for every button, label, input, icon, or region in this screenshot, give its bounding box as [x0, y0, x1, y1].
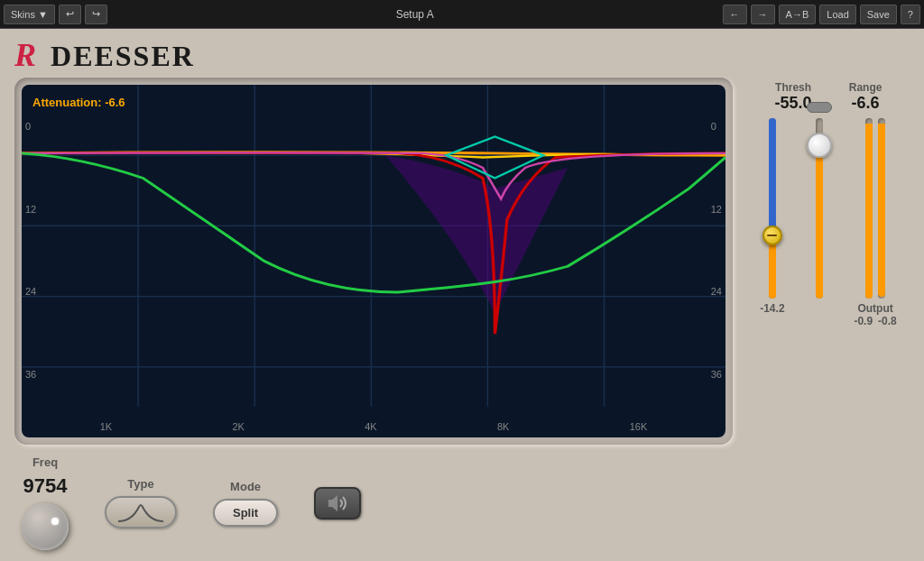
title-r: R: [14, 37, 38, 73]
plugin-content: Attenuation: -6.6 0 12 24 36 0 12 24 36: [0, 78, 924, 452]
y-label-36-left: 36: [25, 369, 36, 380]
plugin-title: R DEESSER: [14, 36, 195, 74]
x-label-8k: 8K: [497, 421, 509, 432]
range-label-group: Range -6.6: [849, 81, 882, 113]
freq-knob-dot: [51, 518, 59, 525]
mode-button[interactable]: Split: [213, 499, 278, 527]
eq-display[interactable]: Attenuation: -6.6 0 12 24 36 0 12 24 36: [22, 85, 725, 437]
listen-group: [314, 487, 361, 520]
y-label-24-right: 24: [711, 286, 722, 297]
x-label-1k: 1K: [100, 421, 112, 432]
range-toggle[interactable]: [807, 102, 832, 113]
plugin-header: R DEESSER: [0, 29, 924, 78]
output-left-value: -0.9: [854, 315, 873, 327]
plugin-area: R DEESSER: [0, 29, 924, 561]
range-label: Range: [849, 81, 882, 94]
redo-button[interactable]: ↪: [85, 5, 107, 24]
freq-label: Freq: [32, 455, 58, 469]
right-panel: Thresh -55.0 Range -6.6: [747, 78, 910, 445]
eq-display-wrap: Attenuation: -6.6 0 12 24 36 0 12 24 36: [14, 78, 733, 445]
bottom-controls: Freq 9754 Type Mode Split: [0, 452, 924, 561]
output-right-value: -0.8: [878, 315, 897, 327]
help-button[interactable]: ?: [901, 5, 920, 24]
undo-button[interactable]: ↩: [59, 5, 81, 24]
title-main: DEESSER: [51, 40, 195, 72]
eq-y-labels-right: 0 12 24 36: [711, 85, 722, 416]
output-left-track[interactable]: [864, 118, 873, 299]
range-slider-container: [807, 118, 832, 299]
thresh-numeric-label: -14.2: [760, 302, 784, 315]
prev-button[interactable]: ←: [723, 5, 747, 24]
thresh-slider-wrap[interactable]: [762, 118, 782, 299]
y-label-36-right: 36: [711, 369, 722, 380]
x-label-2k: 2K: [232, 421, 244, 432]
x-label-16k: 16K: [630, 421, 648, 432]
setup-label: Setup A: [315, 8, 515, 21]
eq-y-labels-left: 0 12 24 36: [25, 85, 36, 416]
output-label: Output: [854, 302, 896, 315]
y-label-0-left: 0: [25, 121, 36, 132]
output-sliders-container: Output -0.9 -0.8: [854, 118, 896, 327]
output-right-track[interactable]: [877, 118, 886, 299]
thresh-label: Thresh: [775, 81, 811, 94]
eq-svg: [22, 85, 725, 437]
range-fill: [816, 136, 823, 299]
sliders-row: -14.2: [747, 118, 910, 445]
mode-label: Mode: [230, 480, 261, 493]
skins-button[interactable]: Skins ▼: [4, 5, 55, 24]
type-icon: [114, 500, 168, 525]
freq-group: Freq 9754: [22, 455, 69, 550]
range-knob[interactable]: [807, 133, 832, 158]
y-label-0-right: 0: [711, 121, 722, 132]
next-button[interactable]: →: [751, 5, 775, 24]
x-label-4k: 4K: [365, 421, 376, 432]
thresh-knob[interactable]: [762, 225, 782, 245]
attenuation-label: Attenuation: -6.6: [32, 96, 125, 109]
output-values: -0.9 -0.8: [854, 315, 896, 327]
listen-button[interactable]: [314, 487, 361, 520]
speaker-icon: [325, 493, 350, 513]
freq-value: 9754: [23, 474, 68, 498]
skins-chevron-icon: ▼: [38, 9, 48, 20]
output-pair: [864, 118, 886, 299]
load-button[interactable]: Load: [819, 5, 855, 24]
range-slider-wrap[interactable]: [807, 118, 832, 299]
thresh-value: -55.0: [775, 94, 812, 113]
y-label-24-left: 24: [25, 286, 36, 297]
type-label: Type: [127, 477, 153, 491]
y-label-12-right: 12: [711, 204, 722, 215]
save-button[interactable]: Save: [860, 5, 897, 24]
type-group: Type: [105, 477, 177, 529]
type-button[interactable]: [105, 496, 177, 529]
freq-knob[interactable]: [22, 503, 69, 550]
y-label-12-left: 12: [25, 204, 36, 215]
thresh-fill-blue: [769, 118, 776, 235]
mode-group: Mode Split: [213, 480, 278, 527]
skins-label: Skins: [11, 9, 35, 20]
ab-button[interactable]: A→B: [779, 5, 817, 24]
range-value: -6.6: [852, 94, 880, 113]
eq-x-labels: 1K 2K 4K 8K 16K: [22, 421, 725, 432]
thresh-slider-container: -14.2: [760, 118, 784, 315]
output-bottom-group: Output -0.9 -0.8: [854, 302, 896, 327]
output-right-fill: [878, 124, 885, 297]
output-left-fill: [865, 124, 873, 299]
freq-knob-row: [22, 503, 69, 550]
top-bar: Skins ▼ ↩ ↪ Setup A ← → A→B Load Save ?: [0, 0, 924, 29]
